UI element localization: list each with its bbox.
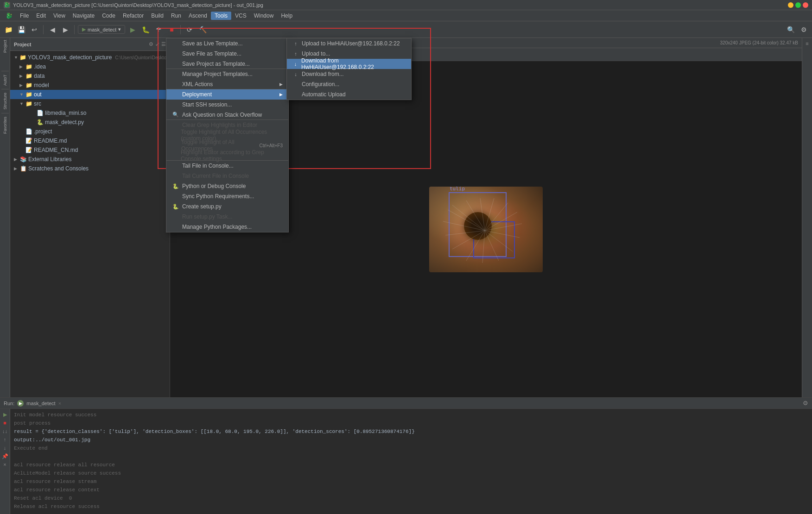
window-controls[interactable]: [788, 2, 808, 8]
pin-btn[interactable]: 📌: [1, 452, 9, 460]
panel-settings-icon[interactable]: ☰: [161, 41, 166, 47]
submenu-configuration[interactable]: Configuration...: [287, 79, 411, 89]
menu-python-debug-console[interactable]: 🐍 Python or Debug Console: [166, 181, 288, 191]
menu-ask-stackoverflow[interactable]: 🔍 Ask Question on Stack Overflow: [166, 110, 288, 120]
stop-button[interactable]: ■: [166, 24, 177, 35]
submenu-upload-hw[interactable]: ↑ Upload to HwHiAiUser@192.168.0.2:22: [287, 38, 411, 49]
app-icon: 🐉: [4, 2, 10, 8]
menu-run[interactable]: Run: [167, 12, 185, 20]
menu-view[interactable]: View: [50, 12, 69, 20]
tree-external-libs[interactable]: ▶ 📚 External Libraries: [10, 155, 170, 164]
console-output: Init model resource success post process…: [10, 409, 812, 514]
submenu-download-from[interactable]: ↓ Download from...: [287, 69, 411, 79]
menu-vcs[interactable]: VCS: [231, 12, 250, 20]
menu-ascend[interactable]: Ascend: [185, 12, 211, 20]
toolbar-back-btn[interactable]: ◀: [47, 24, 58, 35]
menu-edit[interactable]: Edit: [32, 12, 50, 20]
scroll-end-btn[interactable]: ↓↓: [1, 427, 9, 435]
console-line-1: post process: [14, 419, 808, 427]
menu-app-icon[interactable]: 🐉: [2, 12, 16, 20]
toolbar-sync-btn[interactable]: ⟳: [184, 24, 195, 35]
menu-file[interactable]: File: [16, 12, 32, 20]
create-setup-label: Create setup.py: [182, 203, 222, 210]
title-bar: 🐉 YOLOV3_mask_detection_picture [C:\User…: [0, 0, 812, 10]
menu-tail-file[interactable]: Tail File in Console...: [166, 161, 288, 171]
close-button[interactable]: [803, 2, 808, 8]
menu-sync-python-req[interactable]: Sync Python Requirements...: [166, 191, 288, 201]
console-line-12: [14, 511, 808, 514]
menu-highlight-grep: Highlight Editor according to Grep Conso…: [166, 150, 288, 161]
tree-model[interactable]: ▶ 📁 model: [10, 81, 170, 90]
menu-window[interactable]: Window: [250, 12, 278, 20]
title-bar-text: YOLOV3_mask_detection_picture [C:\Users\…: [13, 2, 263, 8]
panel-expand-icon[interactable]: ⤢: [155, 41, 159, 47]
tree-project-file[interactable]: ▶ 📄 .project: [10, 127, 170, 136]
submenu-download-hw[interactable]: ↓ Download from HwHiAiUser@192.168.0.2:2…: [287, 59, 411, 69]
tree-idea[interactable]: ▶ 📁 .idea: [10, 62, 170, 71]
close-run-btn[interactable]: ×: [1, 461, 9, 468]
maximize-button[interactable]: [795, 2, 801, 8]
stackoverflow-icon: 🔍: [172, 112, 179, 118]
run-config-selector[interactable]: ▶ mask_detect ▾: [78, 25, 125, 34]
run-config-name: mask_detect: [26, 401, 55, 406]
bottom-run-layout: ▶ ■ ↓↓ ↑ ↓ 📌 × Init model resource succe…: [0, 409, 812, 514]
tree-readme[interactable]: ▶ 📝 README.md: [10, 136, 170, 145]
minimize-button[interactable]: [788, 2, 793, 8]
toolbar-settings-btn[interactable]: ⚙: [798, 24, 809, 35]
menu-help[interactable]: Help: [277, 12, 296, 20]
tree-scratches[interactable]: ▶ 📋 Scratches and Consoles: [10, 164, 170, 173]
toolbar-open-btn[interactable]: 📁: [3, 24, 14, 35]
configuration-label: Configuration...: [302, 81, 339, 88]
toolbar-search-btn[interactable]: 🔍: [785, 24, 796, 35]
tree-libmedia[interactable]: ▶ 📄 libmedia_mini.so: [10, 108, 170, 118]
submenu-auto-upload[interactable]: Automatic Upload: [287, 89, 411, 100]
scroll-down-btn[interactable]: ↓: [1, 444, 9, 451]
menu-xml-actions[interactable]: XML Actions ▶: [166, 79, 288, 89]
menu-navigate[interactable]: Navigate: [69, 12, 98, 20]
run-settings-icon[interactable]: ⚙: [803, 400, 808, 407]
svg-line-0: [452, 205, 485, 231]
favorites-icon[interactable]: Favorites: [3, 117, 7, 134]
panel-gear-icon[interactable]: ⚙: [149, 41, 153, 47]
menu-deployment[interactable]: Deployment ▶: [166, 89, 288, 100]
run-button[interactable]: ▶: [127, 24, 138, 35]
svg-line-13: [445, 231, 485, 235]
menu-build[interactable]: Build: [147, 12, 167, 20]
toolbar-undo-btn[interactable]: ↩: [29, 24, 40, 35]
menu-manage-project-templates[interactable]: Manage Project Templates...: [166, 69, 288, 79]
deployment-label: Deployment: [182, 91, 212, 98]
toolbar-build-btn[interactable]: 🔨: [197, 24, 208, 35]
tree-external-libs-label: External Libraries: [28, 156, 170, 163]
toolbar-forward-btn[interactable]: ▶: [60, 24, 71, 35]
menu-tools[interactable]: Tools: [211, 12, 231, 20]
run-close-icon[interactable]: ×: [58, 401, 61, 406]
menu-manage-python-packages[interactable]: Manage Python Packages...: [166, 222, 288, 232]
tree-mask-detect[interactable]: ▶ 🐍 mask_detect.py: [10, 118, 170, 127]
menu-create-setup[interactable]: 🐍 Create setup.py: [166, 201, 288, 212]
python-debug-icon: 🐍: [172, 183, 179, 189]
menu-save-project-template[interactable]: Save Project as Template...: [166, 59, 288, 69]
project-panel-icon[interactable]: Project: [3, 40, 7, 53]
menu-save-file-template[interactable]: Save File as Template...: [166, 49, 288, 59]
tail-file-label: Tail File in Console...: [182, 163, 234, 169]
menu-save-live[interactable]: Save as Live Template...: [166, 38, 288, 49]
debug-button[interactable]: 🐛: [140, 24, 151, 35]
toolbar-save-btn[interactable]: 💾: [16, 24, 27, 35]
structure-icon[interactable]: Structure: [3, 93, 7, 110]
stop-run-btn[interactable]: ■: [1, 419, 9, 426]
coverage-button[interactable]: ☂: [153, 24, 164, 35]
tree-readme-cn[interactable]: ▶ 📝 README_CN.md: [10, 145, 170, 155]
tree-data[interactable]: ▶ 📁 data: [10, 71, 170, 81]
scroll-up-btn[interactable]: ↑: [1, 436, 9, 443]
tree-src[interactable]: ▼ 📁 src: [10, 99, 170, 108]
tree-root[interactable]: ▼ 📁 YOLOV3_mask_detection_picture C:\Use…: [10, 53, 170, 62]
manage-packages-label: Manage Python Packages...: [182, 224, 252, 230]
menu-refactor[interactable]: Refactor: [119, 12, 147, 20]
rerun-btn[interactable]: ▶: [1, 411, 9, 418]
autotasks-icon[interactable]: AutoT: [3, 75, 7, 86]
menu-start-ssh[interactable]: Start SSH session...: [166, 100, 288, 110]
tree-out[interactable]: ▼ 📁 out: [10, 90, 170, 99]
right-panel-icon[interactable]: ≡: [805, 40, 809, 47]
deployment-submenu: ↑ Upload to HwHiAiUser@192.168.0.2:22 ↑ …: [286, 38, 412, 100]
menu-code[interactable]: Code: [98, 12, 119, 20]
